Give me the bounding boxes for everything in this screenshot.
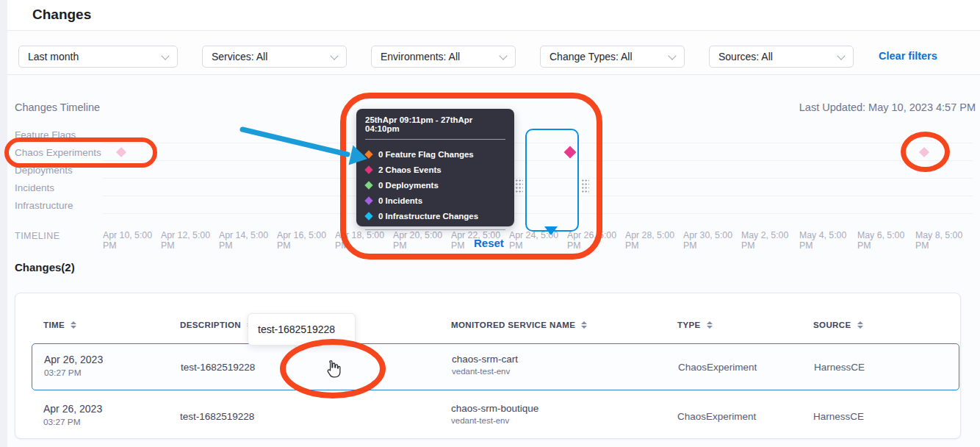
filter-dropdown-1[interactable]: Services: All: [202, 46, 347, 68]
drag-handle-right-icon[interactable]: [581, 179, 589, 193]
column-header-label: TYPE: [677, 321, 701, 329]
column-header-type[interactable]: TYPE: [677, 321, 713, 329]
cell-time: Apr 26, 202303:27 PM: [43, 403, 102, 427]
legend-label: 0 Feature Flag Changes: [378, 150, 474, 159]
tick-line2: PM: [161, 240, 218, 251]
tick-line2: PM: [567, 240, 624, 251]
tooltip-divider-bottom: [365, 229, 505, 230]
timeline-tick: Apr 14, 5:00PM: [219, 230, 276, 251]
timeline-tick: Apr 10, 5:00PM: [103, 230, 160, 251]
chevron-down-icon: [837, 51, 845, 60]
sort-icon[interactable]: [581, 321, 587, 329]
column-header-label: DESCRIPTION: [180, 321, 241, 329]
filter-dropdown-value: Last month: [28, 51, 79, 62]
timeline-tick: May 4, 5:00PM: [799, 230, 857, 251]
row-tooltip-text: test-1682519228: [258, 323, 335, 335]
filter-dropdown-value: Sources: All: [718, 51, 773, 62]
column-header-monitored-service-name[interactable]: MONITORED SERVICE NAME: [451, 321, 587, 329]
hand-cursor-icon: [323, 360, 341, 382]
table-row[interactable]: Apr 26, 202303:27 PMtest-1682519228chaos…: [32, 396, 959, 438]
sort-down-icon: [71, 326, 76, 329]
timeline-axis-label: TIMELINE: [15, 231, 60, 241]
sort-icon[interactable]: [707, 321, 713, 329]
timeline-tick: Apr 24, 5:00PM: [509, 230, 566, 251]
sort-down-icon: [581, 326, 587, 329]
legend-item: 0 Infrastructure Changes: [365, 208, 505, 224]
chevron-down-icon: [668, 51, 676, 60]
sort-icon[interactable]: [857, 321, 863, 329]
tick-line1: Apr 16, 5:00: [277, 230, 334, 240]
column-header-label: MONITORED SERVICE NAME: [451, 321, 575, 329]
cell-monitored-service: chaos-srm-cartvedant-test-env: [452, 354, 518, 376]
selection-pointer-icon: [544, 226, 558, 235]
chevron-down-icon: [161, 51, 169, 60]
changes-table-card: TIMEDESCRIPTIONMONITORED SERVICE NAMETYP…: [15, 293, 961, 439]
timeline-lane-deployments: Deployments: [15, 165, 73, 176]
timeline-brush-selection[interactable]: [525, 129, 579, 232]
table-row[interactable]: Apr 26, 202303:27 PMtest-1682519228chaos…: [32, 343, 959, 390]
tick-line1: Apr 12, 5:00: [161, 230, 218, 240]
tooltip-divider: [365, 139, 505, 140]
timeline-tick: May 8, 5:00PM: [915, 230, 973, 251]
column-header-source[interactable]: SOURCE: [813, 321, 863, 329]
row-service-name: chaos-srm-boutique: [451, 403, 538, 414]
row-time: 03:27 PM: [43, 417, 102, 427]
timeline-tick: Apr 18, 5:00PM: [335, 230, 392, 251]
timeline-tick: Apr 12, 5:00PM: [161, 230, 218, 251]
reset-button[interactable]: Reset: [474, 237, 504, 249]
cell-source: HarnessCE: [813, 411, 864, 422]
tick-line2: PM: [683, 240, 741, 251]
chaos-event-marker-faded-right[interactable]: [919, 147, 929, 157]
timeline-lane-feature-flags: Feature Flags: [15, 129, 76, 140]
filter-dropdown-value: Services: All: [212, 51, 267, 62]
timeline-tick: May 6, 5:00PM: [857, 230, 915, 251]
tick-line1: May 4, 5:00: [799, 230, 857, 240]
cell-type: ChaosExperiment: [677, 411, 756, 422]
legend-label: 2 Chaos Events: [378, 165, 442, 174]
legend-item: 0 Feature Flag Changes: [365, 146, 505, 162]
drag-handle-left-icon[interactable]: [515, 179, 523, 193]
cell-source: HarnessCE: [814, 362, 865, 373]
tick-line2: PM: [277, 240, 334, 251]
cell-type: ChaosExperiment: [678, 362, 757, 373]
timeline-tick: Apr 16, 5:00PM: [277, 230, 334, 251]
legend-item: 2 Chaos Events: [365, 162, 505, 177]
sort-up-icon: [71, 321, 76, 324]
column-header-label: SOURCE: [813, 321, 851, 329]
legend-label: 0 Infrastructure Changes: [378, 212, 478, 221]
timeline-tick: May 2, 5:00PM: [741, 230, 799, 251]
column-header-time[interactable]: TIME: [43, 321, 76, 329]
tick-line1: May 8, 5:00: [915, 230, 973, 240]
page-header: Changes: [7, 0, 980, 31]
row-hover-tooltip: test-1682519228: [248, 313, 356, 346]
timeline-hover-tooltip: 25thApr 09:11pm - 27thApr 04:10pm 0 Feat…: [356, 109, 514, 226]
timeline-tick: Apr 20, 5:00PM: [393, 230, 450, 251]
row-service-name: chaos-srm-cart: [452, 354, 518, 365]
sort-up-icon: [707, 321, 713, 324]
tick-line2: PM: [103, 240, 160, 251]
tick-line1: Apr 18, 5:00: [335, 230, 392, 240]
filter-dropdown-3[interactable]: Change Types: All: [540, 46, 685, 68]
tick-line2: PM: [625, 240, 682, 251]
row-date: Apr 26, 2023: [44, 354, 103, 365]
column-header-description[interactable]: DESCRIPTION: [180, 321, 253, 329]
timeline-tick: Apr 28, 5:00PM: [625, 230, 682, 251]
filter-dropdown-0[interactable]: Last month: [18, 46, 178, 68]
clear-filters-link[interactable]: Clear filters: [879, 50, 937, 62]
legend-diamond-icon: [364, 165, 372, 174]
row-environment: vedant-test-env: [451, 416, 538, 425]
tick-line1: Apr 26, 5:00: [567, 230, 624, 240]
timeline-lane-chaos-experiments: Chaos Experiments: [15, 147, 101, 158]
legend-diamond-icon: [364, 181, 372, 189]
last-updated-text: Last Updated: May 10, 2023 4:57 PM: [799, 101, 976, 113]
row-environment: vedant-test-env: [452, 367, 518, 376]
changes-count-heading: Changes(2): [15, 261, 75, 273]
timeline-section-title: Changes Timeline: [15, 101, 100, 113]
changes-page: Changes Last monthServices: AllEnvironme…: [0, 0, 980, 447]
chaos-event-marker-faded-left[interactable]: [116, 147, 126, 157]
sort-icon[interactable]: [71, 321, 76, 329]
filter-dropdown-4[interactable]: Sources: All: [709, 46, 854, 68]
tick-line1: Apr 20, 5:00: [393, 230, 450, 240]
filter-dropdown-2[interactable]: Environments: All: [371, 46, 516, 68]
left-edge-strip: [0, 0, 7, 447]
